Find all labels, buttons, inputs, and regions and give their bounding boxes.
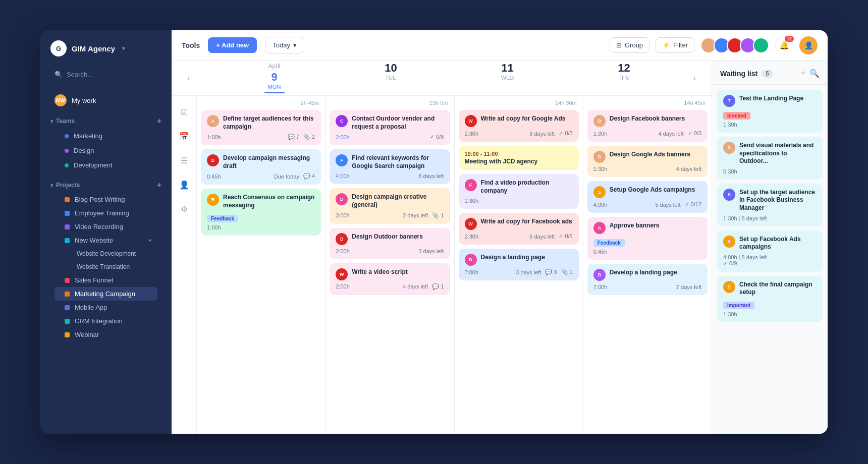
task-card-14[interactable]: D Design Google Ads banners 1:30h 4 days… [587, 146, 708, 177]
project-item-web-trans[interactable]: Website Translation [55, 260, 157, 273]
my-work-item[interactable]: MW My work [44, 90, 168, 110]
prev-week-button[interactable]: ‹ [182, 71, 196, 85]
blog-dot [65, 197, 70, 202]
webinar-label: Webinar [75, 331, 99, 338]
user-profile-avatar[interactable]: 👤 [799, 36, 818, 54]
task-card-8[interactable]: W Write a video script 2:00h 4 days left… [330, 263, 450, 295]
waiting-search-icon[interactable]: 🔍 [809, 69, 820, 78]
development-dot [65, 163, 69, 167]
task-check-15: ✓ 0/12 [685, 201, 701, 208]
filter-button[interactable]: ⚡ Filter [656, 37, 694, 53]
task-card-9[interactable]: W Write ad copy for Google Ads 2:30h 6 d… [459, 110, 579, 142]
add-new-button[interactable]: + Add new [208, 37, 257, 53]
avatar-5[interactable] [753, 37, 769, 53]
task-card-12[interactable]: D Design a landing page 7:00h 3 days lef… [459, 249, 579, 280]
task-card-6[interactable]: D Design campaign creative (general) 3:0… [330, 188, 450, 223]
waiting-avatar-1: T [723, 95, 735, 107]
waiting-items: T Test the Landing Page blocked 1:30h S … [712, 85, 828, 434]
project-item-crm[interactable]: CRM Integration [55, 314, 157, 328]
waiting-list-header: Waiting list 5 + 🔍 [712, 61, 828, 85]
company-logo[interactable]: G [50, 40, 67, 56]
task-time-2: 0:45h [207, 173, 221, 180]
waiting-card-1[interactable]: T Test the Landing Page blocked 1:30h [717, 90, 823, 133]
waiting-add-icon[interactable]: + [801, 69, 805, 78]
waiting-avatar-5: C [723, 281, 735, 293]
task-time-14: 1:30h [593, 166, 608, 172]
sales-label: Sales Funnel [75, 276, 113, 284]
task-card-1[interactable]: A Define target audiences for this campa… [201, 110, 321, 145]
teams-add-icon[interactable]: + [157, 117, 161, 126]
projects-add-icon[interactable]: + [157, 181, 161, 190]
task-card-meeting[interactable]: 10:00 - 11:00 Meeting with JCD agency [459, 146, 579, 170]
task-title-10: Find a video production company [481, 179, 573, 195]
project-item-sales[interactable]: Sales Funnel [55, 273, 157, 287]
sidebar-item-design[interactable]: Design [55, 143, 157, 158]
task-card-13[interactable]: D Design Facebook banners 1:30h 4 days l… [587, 110, 708, 142]
waiting-card-4[interactable]: S Set up Facebook Ads campaigns 4:00h | … [717, 230, 823, 272]
waiting-card-5[interactable]: C Check the final campaign setup Importa… [717, 276, 823, 322]
task-avatar-2: D [207, 154, 219, 166]
task-card-11[interactable]: W Write ad copy for Facebook ads 2:30h 6… [459, 213, 579, 245]
person-icon[interactable]: 👤 [176, 177, 192, 193]
company-chevron-icon[interactable]: ▾ [122, 45, 125, 52]
project-item-website[interactable]: New Website ▾ [55, 234, 157, 247]
waiting-avatar-2: S [723, 142, 735, 154]
task-card-3[interactable]: R Reach Consensus on campaign messaging … [201, 189, 321, 235]
day-header-mon[interactable]: April 9 Mon [216, 61, 333, 97]
task-card-4[interactable]: C Contact Ourdoor vendor and request a p… [330, 110, 450, 145]
next-week-button[interactable]: › [687, 71, 701, 85]
day-header-tue[interactable]: 10 Tue [333, 61, 449, 97]
task-card-17[interactable]: D Develop a landing page 7:00h 7 days le… [587, 264, 708, 295]
task-card-7[interactable]: D Design Outdoor banners 2:00h 3 days le… [330, 228, 450, 259]
task-time-17: 7:00h [593, 284, 608, 290]
list-icon[interactable]: ☰ [176, 152, 192, 168]
task-days-9: 6 days left [529, 131, 555, 137]
task-days-13: 4 days left [659, 131, 684, 137]
sidebar-item-development[interactable]: Development [55, 158, 157, 172]
task-time-15: 4:00h [593, 202, 608, 208]
day-header-thu[interactable]: 12 Thu [566, 61, 682, 97]
today-button[interactable]: Today ▾ [265, 37, 304, 53]
projects-section-toggle[interactable]: ▾ Projects [50, 182, 80, 189]
day-total-thu: 14h 45m [587, 100, 708, 106]
project-item-web-dev[interactable]: Website Development [55, 247, 157, 260]
waiting-card-2[interactable]: S Send visual materials and specificatio… [717, 137, 823, 180]
task-title-2: Develop campaign messaging draft [223, 154, 315, 170]
project-item-video[interactable]: Video Recording [55, 220, 157, 234]
project-item-blog[interactable]: Blog Post Writing [55, 193, 157, 206]
task-meta-13: 1:30h 4 days left ✓ 0/3 [593, 130, 701, 137]
sidebar-item-marketing[interactable]: Marketing [55, 129, 157, 143]
training-dot [65, 211, 70, 216]
task-days-7: 3 days left [418, 248, 444, 254]
calendar-icon[interactable]: 📅 [176, 128, 192, 144]
task-card-16[interactable]: A Approve banners Feedback 0:45h [587, 217, 708, 260]
group-button[interactable]: ⊞ Group [610, 37, 649, 53]
day-name-tue: Tue [386, 75, 397, 81]
waiting-badge-blocked-1: blocked [723, 112, 750, 120]
teams-section-toggle[interactable]: ▾ Teams [50, 118, 75, 125]
task-time-8: 2:00h [336, 283, 350, 289]
day-header-wed[interactable]: 11 Wed [449, 61, 566, 97]
development-label: Development [74, 161, 113, 169]
task-card-15[interactable]: S Setup Google Ads campaigns 4:00h 5 day… [587, 181, 708, 213]
day-num-10: 10 [385, 63, 397, 74]
waiting-card-3[interactable]: S Set up the target audience in Facebook… [717, 184, 823, 226]
task-title-15: Setup Google Ads campaigns [610, 186, 701, 194]
task-card-10[interactable]: F Find a video production company 1:30h [459, 174, 579, 209]
task-card-5[interactable]: F Find relevant keywords for Google Sear… [330, 149, 450, 184]
project-item-webinar[interactable]: Webinar [55, 328, 157, 341]
task-card-2[interactable]: D Develop campaign messaging draft 0:45h… [201, 149, 321, 185]
notification-button[interactable]: 🔔 12 [775, 36, 793, 54]
project-item-mobile[interactable]: Mobile App [55, 301, 157, 314]
checkbox-icon[interactable]: ☑ [176, 104, 192, 120]
task-avatar-5: F [336, 154, 348, 166]
project-item-training[interactable]: Employee Training [55, 206, 157, 220]
training-label: Employee Training [75, 209, 129, 217]
search-bar[interactable]: 🔍 Search... [48, 67, 164, 82]
group-label: Group [625, 41, 643, 49]
project-item-marketing-campaign[interactable]: Marketing Campaign [55, 287, 157, 301]
task-badge-feedback-3: Feedback [207, 215, 238, 222]
task-title-13: Design Facebook banners [610, 115, 701, 123]
task-title-3: Reach Consensus on campaign messaging [223, 194, 315, 209]
settings-icon[interactable]: ⚙ [176, 201, 192, 217]
